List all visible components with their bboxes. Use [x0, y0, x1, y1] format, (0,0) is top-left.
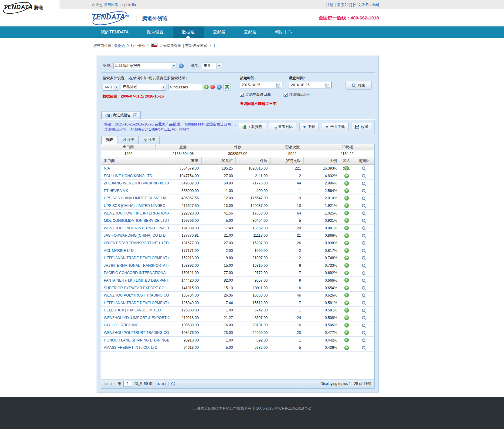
filter-logistics-checkbox[interactable]: 过滤物流公司 [284, 92, 311, 97]
yoy-compare-magnifier-icon[interactable] [362, 301, 366, 305]
download-button[interactable]: 下载 [299, 123, 319, 131]
yoy-compare-magnifier-icon[interactable] [362, 182, 366, 186]
remove-condition-icon[interactable]: − [210, 85, 215, 89]
calendar-icon[interactable] [325, 83, 330, 88]
help-icon[interactable] [217, 85, 222, 90]
subtab-list[interactable]: 列表 [101, 136, 118, 144]
exporter-name-link[interactable]: AMASS FREIGHT INTL CO. LTD. [101, 344, 169, 351]
nav-item-cloud-mail[interactable]: 云邮通 [235, 26, 266, 38]
exporter-name-link[interactable]: N/A [101, 165, 169, 172]
exporter-name-link[interactable]: SUPERIOR EYEWEAR EXPORT CO.LLC [101, 284, 169, 292]
add-to-compare-icon[interactable]: + [344, 218, 349, 223]
exporter-name-link[interactable]: PT HEVEA MK [101, 187, 169, 194]
yoy-compare-magnifier-icon[interactable] [362, 316, 366, 320]
nav-item-help-center[interactable]: 帮助中心 [266, 26, 301, 38]
breadcrumb-link-datatong[interactable]: 数据通 [114, 43, 125, 48]
help-icon[interactable] [179, 63, 184, 68]
exporter-name-link[interactable]: UPS SCS (CHINA) LIMITED NINGBO [101, 202, 169, 209]
subtab-pie-chart[interactable]: 饼状图 [140, 136, 160, 144]
yoy-compare-magnifier-icon[interactable] [362, 309, 366, 313]
exporter-name-link[interactable]: WENZHOU JINHUA INTERNATIONAL T... [101, 225, 169, 232]
yoy-compare-magnifier-icon[interactable] [362, 211, 366, 215]
yoy-compare-magnifier-icon[interactable] [362, 324, 366, 328]
exporter-name-link[interactable]: WENZHOU POLYTRUST TRADING CO [101, 329, 169, 336]
exporter-name-link[interactable]: HONOUR LANE SHIPPING LTD-NINGBO [101, 337, 169, 344]
exporter-name-link[interactable]: CELESTICA (THAILAND) LIMITED. [101, 307, 169, 314]
add-to-compare-icon[interactable]: + [344, 196, 349, 201]
checkbox-checked-icon[interactable] [284, 93, 288, 97]
exporter-name-link[interactable]: WENZHOU POLYTRUST TRADING CO., ... [101, 292, 169, 299]
add-to-compare-icon[interactable]: + [344, 226, 349, 230]
yoy-compare-magnifier-icon[interactable] [362, 197, 366, 201]
add-to-compare-icon[interactable]: + [344, 173, 349, 178]
yoy-compare-magnifier-icon[interactable] [362, 331, 366, 335]
add-to-compare-icon[interactable]: + [344, 315, 349, 320]
exporter-name-link[interactable]: ECU-LINE HONG KONG LTD. [101, 172, 169, 180]
logout-link[interactable]: 注销 [326, 3, 333, 7]
close-icon[interactable] [133, 113, 137, 117]
add-to-compare-icon[interactable]: + [344, 241, 349, 245]
nav-item-account-settings[interactable]: 账号设置 [138, 26, 173, 38]
add-to-compare-icon[interactable]: + [344, 323, 349, 328]
add-to-compare-icon[interactable]: + [344, 293, 349, 297]
first-page-icon[interactable]: |◀ [104, 382, 107, 386]
add-to-compare-icon[interactable]: + [344, 203, 349, 208]
view-compare-button[interactable]: 查看对比 [269, 123, 296, 131]
add-to-compare-icon[interactable]: + [344, 248, 349, 253]
checkbox-checked-icon[interactable] [240, 93, 244, 97]
yoy-compare-magnifier-icon[interactable] [362, 166, 366, 170]
calendar-icon[interactable] [276, 83, 281, 88]
exporter-name-link[interactable]: JHJ INTERNATIONAL TRANSPORTATIO... [101, 262, 169, 269]
add-to-compare-icon[interactable]: + [344, 166, 349, 170]
contact-link[interactable]: 联系我们 [337, 3, 352, 7]
search-field-select[interactable]: 产品描述 ▼ [121, 84, 166, 91]
nav-item-my-tendata[interactable]: 我的TENDATA [92, 26, 138, 38]
yoy-compare-magnifier-icon[interactable] [362, 226, 366, 230]
yoy-compare-magnifier-icon[interactable] [362, 264, 366, 268]
english-toggle-button[interactable]: 英 [223, 84, 231, 91]
exporter-name-link[interactable]: MOL CONSOLIDATION SERVICE LTD O/B [101, 217, 169, 224]
last-page-icon[interactable]: ▶| [162, 382, 166, 386]
yoy-compare-magnifier-icon[interactable] [362, 293, 366, 297]
yoy-compare-magnifier-icon[interactable] [362, 271, 366, 275]
add-to-compare-icon[interactable]: + [344, 211, 349, 215]
add-condition-icon[interactable]: + [204, 85, 209, 89]
exporter-name-link[interactable]: PACIFIC CONCORD INTERNATIONAL [101, 269, 169, 276]
keyword-input[interactable] [168, 84, 202, 90]
exporter-name-link[interactable]: HEFEI ANAN TRADE DEVELOPMENT CO... [101, 254, 169, 262]
exporter-name-link[interactable]: PANTAINER (H.K.) LIMITED DBA PANTAI [101, 277, 169, 284]
yoy-compare-magnifier-icon[interactable] [362, 174, 366, 178]
add-to-compare-icon[interactable]: + [344, 263, 349, 268]
yoy-compare-magnifier-icon[interactable] [362, 256, 366, 260]
merge-download-button[interactable]: 合并下载 [322, 123, 349, 131]
nav-item-cloud-mail-search[interactable]: 云邮搜 [204, 26, 235, 38]
yoy-compare-magnifier-icon[interactable] [362, 338, 366, 342]
exporter-name-link[interactable]: ORIENT STAR TRANSPORT INT L LTD RM [101, 239, 169, 247]
add-to-compare-icon[interactable]: + [344, 271, 349, 275]
yoy-compare-magnifier-icon[interactable] [362, 204, 366, 208]
next-page-icon[interactable]: ▶ [158, 382, 160, 386]
exporter-name-link[interactable]: ZHEJIANG WENZHOU PACKING I/E CORP. [101, 180, 169, 187]
add-to-compare-icon[interactable]: + [344, 338, 349, 342]
favorite-button[interactable]: 收藏 [352, 123, 372, 131]
yoy-compare-magnifier-icon[interactable] [362, 249, 366, 253]
yoy-compare-magnifier-icon[interactable] [362, 279, 366, 283]
subtab-bar-chart[interactable]: 柱状图 [119, 136, 139, 144]
add-to-compare-icon[interactable]: + [344, 188, 349, 193]
add-to-compare-icon[interactable]: + [344, 256, 349, 260]
exporter-name-link[interactable]: HEFEI ANAN TRADE DEVELOPMENT CO... [101, 299, 169, 307]
language-switch-link[interactable]: [中文版 English] [353, 3, 379, 7]
start-date-input[interactable] [242, 82, 274, 88]
sort-select[interactable]: 重量 ▼ [202, 63, 222, 69]
exporter-name-link[interactable]: WENZHOU HOW FINE INTERNATIONAL... [101, 210, 169, 217]
add-to-compare-icon[interactable]: + [344, 278, 349, 283]
reselect-country-link[interactable]: [ 重新选择国家 [183, 43, 207, 48]
search-button[interactable]: 搜索 [346, 81, 372, 90]
prev-page-icon[interactable]: ◀ [110, 382, 112, 386]
tab-exporter-summary-report[interactable]: 出口商汇总报告 [101, 111, 141, 119]
yoy-compare-magnifier-icon[interactable] [362, 286, 366, 290]
add-to-compare-icon[interactable]: + [344, 330, 349, 335]
add-to-compare-icon[interactable]: + [344, 300, 349, 305]
report-type-select[interactable]: 出口商汇总报告 ▼ [113, 63, 176, 69]
related-report-button[interactable]: 关联报告 [239, 123, 266, 131]
